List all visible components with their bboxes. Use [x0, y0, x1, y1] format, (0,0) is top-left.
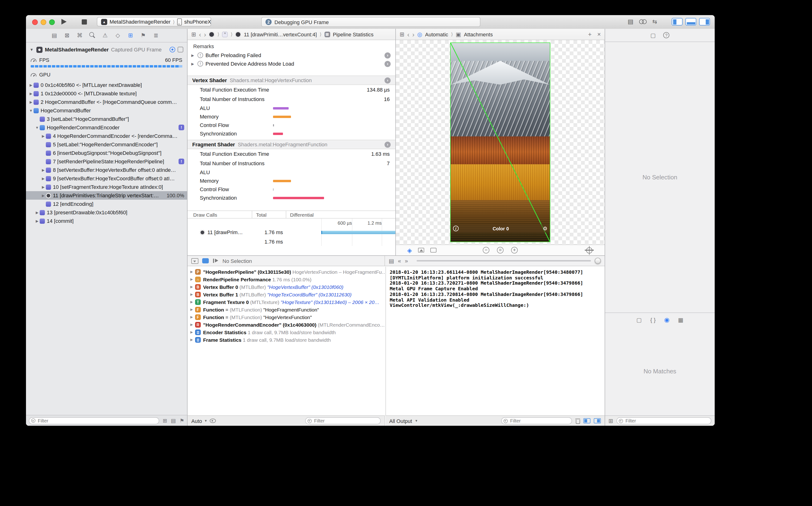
- zoom-window-button[interactable]: [49, 19, 55, 25]
- forward-button[interactable]: ›: [204, 31, 206, 37]
- tree-row[interactable]: 3 [setLabel:"HogeCommandBuffer"]: [26, 115, 187, 123]
- remark-row[interactable]: ▶!Prevented Device Address Mode Load›: [188, 60, 395, 68]
- history-slider-track[interactable]: [417, 260, 591, 261]
- report-navigator-icon[interactable]: ≣: [151, 31, 161, 39]
- disclosure-icon[interactable]: ▶: [191, 338, 195, 342]
- quicklook-eye-icon[interactable]: [210, 419, 216, 423]
- drill-in-button[interactable]: ›: [384, 52, 391, 58]
- automatic-mode-icon[interactable]: ◎: [417, 31, 422, 37]
- variable-row[interactable]: ▶≣Frame Statistics 1 draw call, 9.7MB lo…: [188, 336, 385, 344]
- zoom-out-button[interactable]: −: [483, 247, 489, 253]
- variable-row[interactable]: ▶FFunction = (MTLFunction) "HogeFragment…: [188, 306, 385, 314]
- statistics-crumb-icon[interactable]: ▦: [324, 31, 330, 37]
- minimize-window-button[interactable]: [41, 19, 46, 25]
- drill-in-button[interactable]: ›: [384, 141, 391, 148]
- issue-badge-icon[interactable]: !: [178, 159, 184, 164]
- captured-frame-header[interactable]: ▼ MetalShaderImageRender Captured GPU Fr…: [26, 44, 187, 55]
- breadcrumb-page[interactable]: Pipeline Statistics: [333, 31, 373, 37]
- disclosure-open-icon[interactable]: ▼: [30, 48, 34, 52]
- stop-button[interactable]: [82, 19, 87, 24]
- quick-help-inspector-icon[interactable]: ?: [663, 32, 669, 38]
- tree-row[interactable]: ▶1 0x12de00000 <- [MTLDrawable texture]: [26, 89, 187, 98]
- draw-calls-column[interactable]: Draw Calls: [188, 212, 252, 218]
- media-library-icon[interactable]: ▦: [678, 317, 683, 323]
- disclosure-icon[interactable]: ▶: [34, 210, 40, 215]
- tree-row[interactable]: 5 [setLabel:"HogeRenderCommandEncoder"]: [26, 140, 187, 149]
- code-snippet-library-icon[interactable]: { }: [650, 317, 656, 323]
- disclosure-icon[interactable]: ▶: [28, 100, 33, 104]
- library-filter-input[interactable]: [616, 417, 712, 424]
- tree-row[interactable]: ▶10 [setFragmentTexture:HogeTexture atIn…: [26, 183, 187, 191]
- standard-editor-button[interactable]: ▤: [628, 18, 634, 25]
- breadcrumb-attachments[interactable]: Attachments: [464, 31, 493, 37]
- variable-row[interactable]: ▶BVertex Buffer 1 (MTLBuffer) "HogeTexCo…: [188, 291, 385, 298]
- disclosure-icon[interactable]: ▶: [191, 323, 195, 327]
- variables-filter-input[interactable]: [305, 417, 381, 424]
- object-library-icon[interactable]: ◉: [664, 316, 670, 323]
- project-navigator-icon[interactable]: ▤: [50, 31, 59, 39]
- disclosure-icon[interactable]: ▶: [34, 219, 40, 223]
- toggle-debug-area-button[interactable]: [685, 18, 696, 25]
- tree-row[interactable]: ▶0 0x1c40b5f60 <- [MTLLayer nextDrawable…: [26, 81, 187, 89]
- hide-debug-area-button[interactable]: [191, 258, 198, 264]
- scheme-selector[interactable]: ▲ MetalShaderImageRender ⟩ shuPhoneX: [97, 17, 211, 26]
- step-forward-icon[interactable]: »: [405, 257, 408, 264]
- info-icon[interactable]: i: [453, 226, 459, 231]
- zoom-actual-button[interactable]: =: [497, 247, 504, 253]
- frame-info-icon[interactable]: [169, 47, 175, 53]
- find-navigator-icon[interactable]: [88, 31, 97, 39]
- toggle-inspector-button[interactable]: [699, 18, 710, 25]
- console-filter-input[interactable]: [501, 417, 572, 424]
- related-items-icon[interactable]: ⊞: [191, 31, 196, 37]
- file-template-library-icon[interactable]: ▢: [637, 317, 642, 323]
- issue-navigator-icon[interactable]: ⚠: [100, 31, 110, 39]
- variables-scope-popup[interactable]: Auto: [191, 418, 202, 424]
- breadcrumb-draw-call[interactable]: 11 [drawPrimiti…vertexCount:4]: [244, 31, 317, 37]
- tree-row[interactable]: ▶13 [presentDrawable:0x1c40b5f60]: [26, 208, 187, 217]
- tree-row[interactable]: ▶4 HogeRenderCommandEncoder <- [renderCo…: [26, 132, 187, 140]
- filter-grid-icon[interactable]: ⊞: [163, 418, 167, 424]
- tree-row[interactable]: ▶8 [setVertexBuffer:HogeVertexBuffer off…: [26, 166, 187, 174]
- disclosure-icon[interactable]: ▼: [34, 125, 40, 130]
- zoom-in-button[interactable]: +: [511, 247, 518, 253]
- fps-row[interactable]: FPS 60 FPS: [26, 55, 187, 65]
- run-button[interactable]: [61, 19, 67, 24]
- add-tab-icon[interactable]: +: [588, 31, 592, 38]
- back-button[interactable]: ‹: [407, 31, 409, 37]
- command-queue-crumb-icon[interactable]: ^: [222, 31, 228, 37]
- close-tab-icon[interactable]: ×: [597, 31, 601, 38]
- continue-button[interactable]: [213, 258, 219, 263]
- variable-row[interactable]: ▶R"HogeRenderCommandEncoder" (0x1c406300…: [188, 321, 385, 329]
- library-grid-icon[interactable]: ⊞: [608, 418, 613, 424]
- crosshair-icon[interactable]: [586, 247, 592, 253]
- gpu-row[interactable]: GPU: [26, 70, 187, 79]
- disclosure-icon[interactable]: ▶: [41, 185, 46, 189]
- disclosure-icon[interactable]: ▶: [191, 285, 195, 289]
- show-console-view-button[interactable]: [594, 418, 601, 423]
- console-scope-popup[interactable]: All Output: [389, 418, 412, 424]
- disclosure-icon[interactable]: ▶: [28, 91, 33, 96]
- clear-console-button[interactable]: [575, 418, 580, 424]
- tree-row[interactable]: ▶9 [setVertexBuffer:HogeTexCoordBuffer o…: [26, 174, 187, 183]
- disclosure-icon[interactable]: ▶: [191, 300, 195, 304]
- differential-column[interactable]: Differential: [286, 211, 395, 218]
- debug-navigator-icon[interactable]: ⊞: [126, 31, 135, 39]
- disclosure-icon[interactable]: ▶: [191, 292, 195, 297]
- tree-row[interactable]: ▶11 [drawPrimitives:TriangleStrip vertex…: [26, 191, 187, 200]
- filter-flag-icon[interactable]: ⚑: [179, 418, 184, 424]
- filter-list-icon[interactable]: ▤: [171, 418, 176, 424]
- variable-row[interactable]: ▶TFragment Texture 0 (MTLTexture) "HogeT…: [188, 298, 385, 306]
- test-navigator-icon[interactable]: ◇: [113, 31, 123, 39]
- close-window-button[interactable]: [32, 19, 38, 25]
- tree-row[interactable]: 7 [setRenderPipelineState:HogeRenderPipe…: [26, 157, 187, 166]
- tree-row[interactable]: ▶2 HogeCommandBuffer <- [HogeCommandQueu…: [26, 98, 187, 106]
- disclosure-icon[interactable]: ▶: [41, 168, 46, 172]
- history-slider-knob[interactable]: [595, 258, 601, 264]
- disclosure-icon[interactable]: ▶: [191, 62, 195, 66]
- disclosure-icon[interactable]: ▶: [28, 83, 33, 87]
- toggle-navigator-button[interactable]: [672, 18, 682, 25]
- file-inspector-icon[interactable]: ▢: [651, 32, 656, 38]
- show-variables-view-button[interactable]: [583, 418, 590, 423]
- disclosure-icon[interactable]: ▶: [191, 277, 195, 281]
- forward-button[interactable]: ›: [412, 31, 414, 37]
